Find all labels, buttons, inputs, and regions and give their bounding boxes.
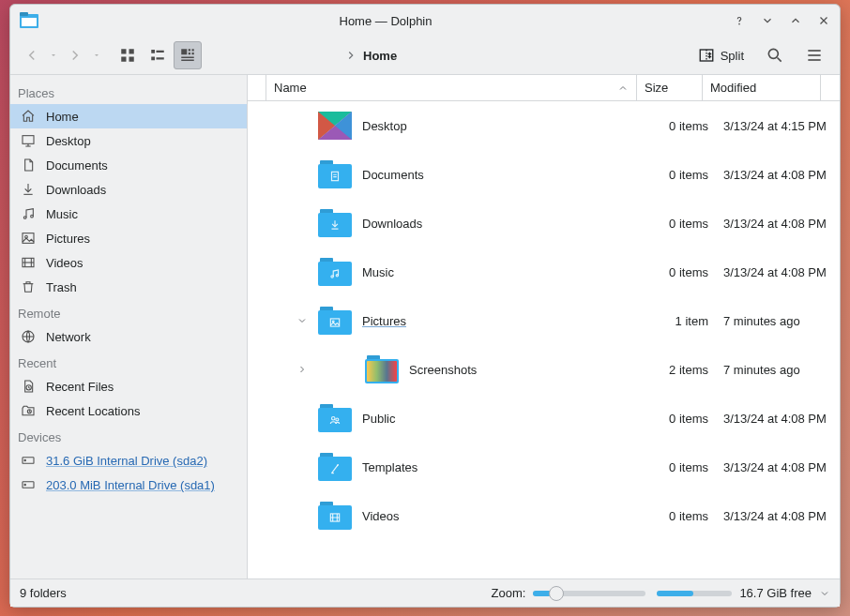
tree-gutter [248, 394, 313, 443]
svg-point-60 [336, 418, 339, 421]
downloads-folder-icon [318, 209, 352, 237]
breadcrumb[interactable]: Home [213, 49, 689, 63]
zoom-slider[interactable] [533, 591, 645, 596]
column-resize-handle[interactable] [248, 75, 266, 100]
file-modified: 7 minutes ago [718, 314, 840, 328]
sidebar-item-recent-files[interactable]: Recent Files [10, 374, 247, 398]
sidebar-item-home[interactable]: Home [10, 104, 247, 128]
sidebar-item-videos[interactable]: Videos [10, 250, 247, 275]
forward-button[interactable] [61, 41, 89, 69]
sidebar-item-31-6-gib-internal-drive-sda2-[interactable]: 31.6 GiB Internal Drive (sda2) [10, 448, 247, 473]
svg-rect-4 [121, 49, 126, 53]
sidebar-item-203-0-mib-internal-drive-sda1-[interactable]: 203.0 MiB Internal Drive (sda1) [10, 473, 247, 497]
free-space: 16.7 GiB free [739, 586, 812, 600]
split-button[interactable]: Split [692, 41, 750, 69]
svg-point-33 [31, 215, 34, 218]
file-row[interactable]: Desktop0 items3/13/24 at 4:15 PM [248, 101, 840, 150]
file-modified: 7 minutes ago [718, 363, 840, 377]
column-size[interactable]: Size [637, 75, 703, 100]
sidebar-item-label: Pictures [46, 232, 90, 246]
titlebar: Home — Dolphin [10, 5, 840, 37]
svg-point-24 [768, 49, 778, 58]
screenshots-folder-icon [365, 355, 399, 383]
expand-icon[interactable] [295, 362, 310, 377]
menu-button[interactable] [800, 41, 828, 69]
zoom-label: Zoom: [492, 586, 526, 600]
window-title: Home — Dolphin [40, 14, 731, 28]
sidebar-item-network[interactable]: Network [10, 324, 247, 349]
dolphin-window: Home — Dolphin Home Split [9, 4, 841, 608]
minimize-button[interactable] [759, 12, 776, 29]
close-button[interactable] [815, 12, 832, 29]
sidebar-heading: Recent [10, 349, 247, 374]
sidebar-item-label: Desktop [46, 134, 91, 148]
collapse-icon[interactable] [295, 313, 310, 328]
sidebar-item-pictures[interactable]: Pictures [10, 226, 247, 250]
file-row[interactable]: Templates0 items3/13/24 at 4:08 PM [248, 443, 840, 491]
chevron-down-icon[interactable] [819, 588, 830, 599]
chevron-right-icon [344, 49, 357, 62]
sidebar-heading: Remote [10, 299, 247, 324]
file-name: Pictures [362, 314, 652, 328]
app-icon [18, 9, 40, 32]
breadcrumb-current[interactable]: Home [363, 49, 397, 63]
file-row[interactable]: Documents0 items3/13/24 at 4:08 PM [248, 150, 840, 199]
toolbar: Home Split [10, 37, 840, 74]
templates-folder-icon [318, 453, 352, 481]
view-icons-button[interactable] [114, 41, 142, 69]
svg-rect-5 [129, 49, 134, 53]
svg-rect-29 [23, 136, 34, 144]
sidebar-item-label: Network [46, 330, 91, 344]
music-icon [20, 205, 37, 222]
file-name: Templates [362, 460, 652, 474]
svg-rect-14 [192, 49, 194, 51]
sidebar-item-documents[interactable]: Documents [10, 153, 247, 177]
documents-icon [20, 157, 37, 173]
tree-gutter [248, 296, 313, 345]
view-compact-button[interactable] [144, 41, 172, 69]
file-modified: 3/13/24 at 4:08 PM [718, 217, 840, 231]
file-row[interactable]: Pictures1 item7 minutes ago [248, 296, 840, 345]
window-controls [731, 12, 832, 29]
sidebar-item-label: Recent Locations [46, 404, 140, 418]
music-folder-icon [318, 258, 352, 286]
file-row[interactable]: Public0 items3/13/24 at 4:08 PM [248, 394, 840, 443]
svg-rect-2 [22, 18, 37, 26]
tree-gutter [248, 248, 313, 296]
help-button[interactable] [731, 12, 748, 29]
sidebar-item-trash[interactable]: Trash [10, 275, 247, 299]
file-row[interactable]: Downloads0 items3/13/24 at 4:08 PM [248, 199, 840, 248]
back-button[interactable] [18, 41, 46, 69]
desktop-folder-icon [318, 112, 352, 140]
forward-menu[interactable] [91, 41, 102, 69]
file-view: Name Size Modified Desktop0 items3/13/24… [248, 75, 840, 578]
back-menu[interactable] [48, 41, 59, 69]
svg-rect-1 [20, 12, 28, 16]
file-modified: 3/13/24 at 4:08 PM [718, 509, 840, 523]
sidebar-item-recent-locations[interactable]: Recent Locations [10, 398, 247, 423]
file-name: Videos [362, 509, 652, 523]
search-button[interactable] [761, 41, 789, 69]
column-name[interactable]: Name [266, 75, 637, 100]
file-name: Public [362, 412, 652, 426]
svg-rect-10 [151, 57, 155, 61]
sidebar-item-desktop[interactable]: Desktop [10, 128, 247, 153]
sidebar-item-downloads[interactable]: Downloads [10, 177, 247, 202]
column-modified[interactable]: Modified [703, 75, 821, 100]
tree-gutter [248, 150, 313, 199]
sidebar-item-music[interactable]: Music [10, 202, 247, 226]
file-row[interactable]: Videos0 items3/13/24 at 4:08 PM [248, 491, 840, 540]
svg-rect-13 [189, 49, 190, 51]
view-details-button[interactable] [174, 41, 202, 69]
maximize-button[interactable] [787, 12, 804, 29]
file-name: Desktop [362, 119, 652, 133]
file-name: Screenshots [409, 363, 652, 377]
svg-point-32 [23, 217, 26, 219]
svg-rect-18 [181, 60, 194, 62]
file-row[interactable]: Music0 items3/13/24 at 4:08 PM [248, 248, 840, 296]
public-folder-icon [318, 404, 352, 432]
drive-icon [20, 452, 37, 469]
file-modified: 3/13/24 at 4:08 PM [718, 460, 840, 474]
sidebar-item-label: 31.6 GiB Internal Drive (sda2) [46, 454, 207, 468]
file-row[interactable]: Screenshots2 items7 minutes ago [248, 345, 840, 394]
